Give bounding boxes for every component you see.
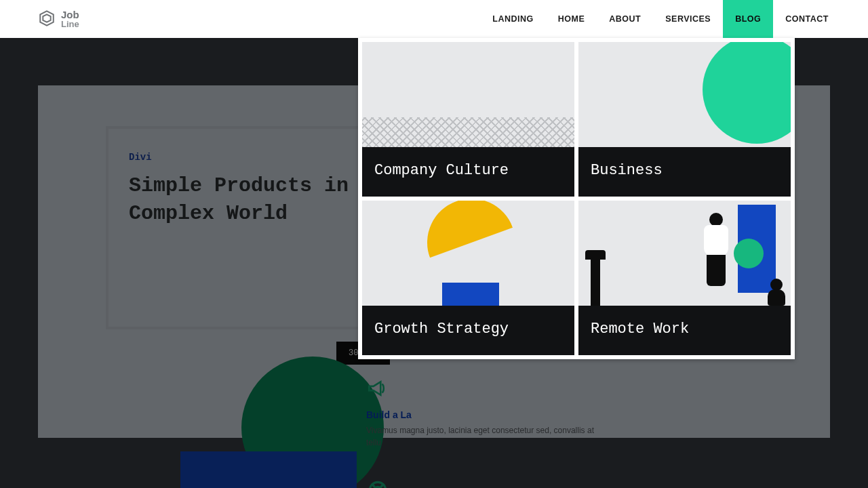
mega-card-growth-strategy[interactable]: Growth Strategy bbox=[362, 201, 574, 355]
nav-landing[interactable]: LANDING bbox=[480, 0, 545, 38]
blog-mega-menu: Company Culture Business Growth Strategy… bbox=[358, 38, 795, 359]
brand-line2: Line bbox=[61, 19, 79, 29]
nav-about[interactable]: ABOUT bbox=[597, 0, 653, 38]
nav-services[interactable]: SERVICES bbox=[653, 0, 723, 38]
mega-card-company-culture[interactable]: Company Culture bbox=[362, 42, 574, 197]
mega-card-business[interactable]: Business bbox=[578, 42, 791, 197]
svg-marker-0 bbox=[40, 11, 54, 25]
brand-text: Job Line bbox=[61, 9, 79, 29]
mega-card-remote-work[interactable]: Remote Work bbox=[578, 201, 791, 355]
card-label: Growth Strategy bbox=[362, 306, 574, 355]
svg-marker-1 bbox=[43, 14, 50, 22]
nav-home[interactable]: HOME bbox=[546, 0, 597, 38]
card-art bbox=[578, 42, 791, 147]
card-art bbox=[362, 42, 574, 147]
card-label: Business bbox=[578, 147, 791, 197]
card-art bbox=[578, 201, 791, 306]
topbar: Job Line LANDING HOME ABOUT SERVICES BLO… bbox=[0, 0, 868, 38]
logo-icon bbox=[38, 9, 56, 29]
brand-logo[interactable]: Job Line bbox=[38, 9, 79, 29]
primary-nav: LANDING HOME ABOUT SERVICES BLOG CONTACT bbox=[480, 0, 841, 38]
nav-contact[interactable]: CONTACT bbox=[773, 0, 841, 38]
card-label: Remote Work bbox=[578, 306, 791, 355]
card-label: Company Culture bbox=[362, 147, 574, 197]
nav-blog[interactable]: BLOG bbox=[723, 0, 773, 38]
card-art bbox=[362, 201, 574, 306]
